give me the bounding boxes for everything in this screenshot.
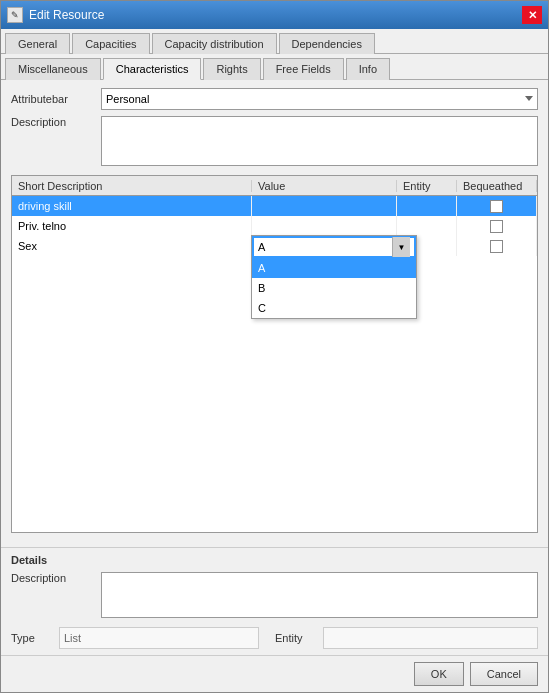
attributebar-row: Attributebar Personal — [11, 88, 538, 110]
col-bequeathed: Bequeathed — [457, 180, 537, 192]
close-button[interactable]: ✕ — [522, 6, 542, 24]
table-header: Short Description Value Entity Bequeathe… — [12, 176, 537, 196]
cell-bequeathed-2 — [457, 236, 537, 256]
col-entity: Entity — [397, 180, 457, 192]
dropdown-arrow-button[interactable]: ▼ — [392, 237, 410, 257]
col-value: Value — [252, 180, 397, 192]
tab-capacity-distribution[interactable]: Capacity distribution — [152, 33, 277, 54]
cell-value-1 — [252, 216, 397, 236]
cell-desc-1: Priv. telno — [12, 216, 252, 236]
cell-value-0 — [252, 196, 397, 216]
dropdown-selected-value: A — [258, 241, 392, 253]
tab-rights[interactable]: Rights — [203, 58, 260, 80]
description-label: Description — [11, 116, 101, 128]
attributebar-label: Attributebar — [11, 93, 101, 105]
details-description-row: Description — [11, 572, 538, 621]
table-row[interactable]: driving skill — [12, 196, 537, 216]
cell-bequeathed-0 — [457, 196, 537, 216]
ok-button[interactable]: OK — [414, 662, 464, 686]
details-section: Details Description Type Entity — [1, 547, 548, 655]
table-row[interactable]: Priv. telno — [12, 216, 537, 236]
tab-free-fields[interactable]: Free Fields — [263, 58, 344, 80]
description-row: Description — [11, 116, 538, 169]
cell-bequeathed-1 — [457, 216, 537, 236]
dropdown-list: A B C — [252, 258, 416, 318]
cancel-button[interactable]: Cancel — [470, 662, 538, 686]
details-title: Details — [11, 554, 538, 566]
value-dropdown-overlay: A ▼ A B C — [251, 235, 417, 319]
col-short-description: Short Description — [12, 180, 252, 192]
cell-entity-0 — [397, 196, 457, 216]
title-bar: ✎ Edit Resource ✕ — [1, 1, 548, 29]
tab-general[interactable]: General — [5, 33, 70, 54]
edit-resource-window: ✎ Edit Resource ✕ General Capacities Cap… — [0, 0, 549, 693]
cell-entity-1 — [397, 216, 457, 236]
tab-info[interactable]: Info — [346, 58, 390, 80]
bequeathed-checkbox-1[interactable] — [490, 220, 503, 233]
tab-characteristics[interactable]: Characteristics — [103, 58, 202, 80]
description-textarea[interactable] — [101, 116, 538, 166]
bequeathed-checkbox-0[interactable] — [490, 200, 503, 213]
details-description-textarea[interactable] — [101, 572, 538, 618]
bequeathed-checkbox-2[interactable] — [490, 240, 503, 253]
footer: OK Cancel — [1, 655, 548, 692]
window-title: Edit Resource — [29, 8, 104, 22]
details-type-label: Type — [11, 632, 51, 644]
tab-dependencies[interactable]: Dependencies — [279, 33, 375, 54]
tab-capacities[interactable]: Capacities — [72, 33, 149, 54]
details-entity-label: Entity — [275, 632, 315, 644]
tabs-row1: General Capacities Capacity distribution… — [1, 29, 548, 54]
characteristics-table: Short Description Value Entity Bequeathe… — [11, 175, 538, 533]
tab-miscellaneous[interactable]: Miscellaneous — [5, 58, 101, 80]
details-description-label: Description — [11, 572, 101, 584]
window-icon: ✎ — [7, 7, 23, 23]
cell-desc-2: Sex — [12, 236, 252, 256]
details-entity-input[interactable] — [323, 627, 538, 649]
tabs-row2: Miscellaneous Characteristics Rights Fre… — [1, 54, 548, 80]
dropdown-option-b[interactable]: B — [252, 278, 416, 298]
dropdown-select[interactable]: A ▼ — [252, 236, 416, 258]
attributebar-select[interactable]: Personal — [101, 88, 538, 110]
dropdown-option-a[interactable]: A — [252, 258, 416, 278]
cell-desc-0: driving skill — [12, 196, 252, 216]
main-content: Attributebar Personal Description Short … — [1, 80, 548, 547]
dropdown-option-c[interactable]: C — [252, 298, 416, 318]
details-type-input[interactable] — [59, 627, 259, 649]
details-type-entity-row: Type Entity — [11, 627, 538, 649]
